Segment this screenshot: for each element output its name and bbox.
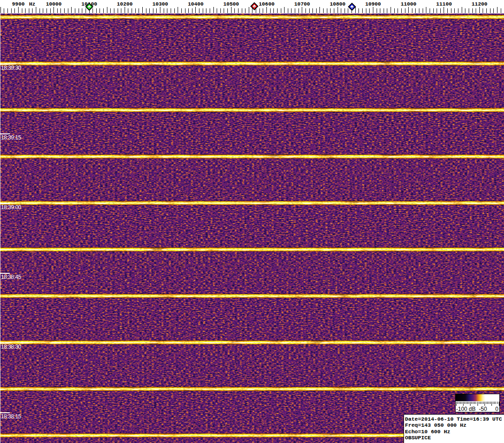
svg-text:-100 dB: -100 dB <box>456 406 476 412</box>
svg-text:10400: 10400 <box>188 1 204 7</box>
svg-text:10500: 10500 <box>223 1 239 7</box>
svg-text:11200: 11200 <box>471 1 487 7</box>
svg-text:0: 0 <box>495 406 498 412</box>
svg-text:10200: 10200 <box>117 1 133 7</box>
svg-text:Hz: Hz <box>29 1 35 7</box>
svg-text:10300: 10300 <box>153 1 168 7</box>
svg-text:-50: -50 <box>479 406 487 412</box>
svg-text:10700: 10700 <box>294 1 310 7</box>
svg-text:9900: 9900 <box>12 1 25 7</box>
svg-text:10600: 10600 <box>259 1 275 7</box>
svg-text:11000: 11000 <box>401 1 417 7</box>
svg-text:10000: 10000 <box>46 1 62 7</box>
svg-text:10900: 10900 <box>365 1 381 7</box>
svg-text:11100: 11100 <box>436 1 452 7</box>
svg-text:10800: 10800 <box>330 1 345 7</box>
